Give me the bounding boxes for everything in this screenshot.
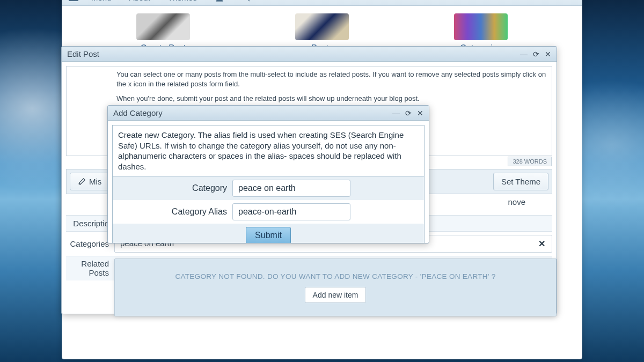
nav-menu[interactable]: Menu [91, 0, 116, 2]
nav-search[interactable] [242, 0, 251, 2]
add-new-item-button[interactable]: Add new item [305, 287, 367, 303]
pencil-icon [78, 178, 86, 186]
categories-thumb [454, 13, 508, 40]
misc-button[interactable]: Mis [70, 173, 109, 190]
add-category-help: Create new Category. The alias field is … [112, 125, 425, 176]
edit-post-titlebar[interactable]: Edit Post — ⟳ ✕ [62, 47, 557, 62]
set-theme-button[interactable]: Set Theme [493, 173, 548, 190]
submit-button[interactable]: Submit [246, 227, 291, 243]
search-icon [242, 0, 251, 2]
topbar: Menu About Themes [62, 0, 582, 6]
nav-themes[interactable]: Themes [168, 0, 202, 2]
category-not-found-panel: CATEGORY NOT FOUND. DO YOU WANT TO ADD N… [114, 258, 557, 316]
not-found-message: CATEGORY NOT FOUND. DO YOU WANT TO ADD N… [175, 272, 495, 280]
posts-thumb [295, 13, 349, 40]
user-icon [215, 0, 224, 3]
refresh-icon[interactable]: ⟳ [405, 109, 412, 117]
create-post-thumb [136, 13, 190, 40]
close-icon[interactable]: ✕ [417, 109, 423, 117]
minimize-icon[interactable]: — [392, 109, 400, 117]
minimize-icon[interactable]: — [520, 50, 528, 58]
category-input[interactable] [232, 180, 350, 197]
add-category-title: Add Category [113, 108, 163, 117]
close-icon[interactable]: ✕ [545, 50, 551, 58]
add-category-form: Category Category Alias Submit [112, 176, 425, 243]
alias-input[interactable] [232, 203, 350, 220]
related-posts-label: Related Posts [66, 260, 114, 277]
add-category-window: Add Category — ⟳ ✕ Create new Category. … [107, 105, 429, 243]
hamburger-icon[interactable] [69, 0, 78, 1]
alias-input-label: Category Alias [117, 207, 232, 217]
refresh-icon[interactable]: ⟳ [533, 50, 539, 58]
nav-user[interactable] [215, 0, 229, 3]
add-category-body: Create new Category. The alias field is … [108, 121, 429, 243]
word-count-badge: 328 WORDS [508, 157, 552, 166]
nav-about[interactable]: About [129, 0, 155, 2]
remove-tag-icon[interactable]: ✕ [538, 239, 545, 249]
edit-post-title: Edit Post [67, 49, 99, 58]
svg-line-2 [247, 0, 250, 1]
add-category-titlebar[interactable]: Add Category — ⟳ ✕ [108, 106, 429, 121]
category-input-label: Category [117, 183, 232, 193]
